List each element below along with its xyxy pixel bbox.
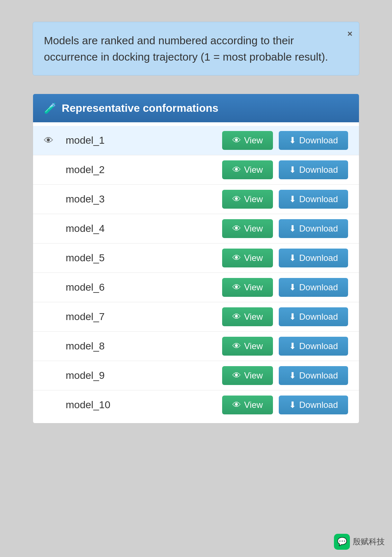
eye-icon: 👁 — [44, 135, 53, 146]
eye-btn-icon: 👁 — [232, 194, 241, 204]
button-group: 👁 View⬇ Download — [222, 337, 348, 356]
view-button[interactable]: 👁 View — [222, 131, 273, 150]
info-box: Models are ranked and numbered according… — [33, 22, 359, 75]
view-button[interactable]: 👁 View — [222, 396, 273, 414]
eye-btn-icon: 👁 — [232, 224, 241, 234]
download-icon: ⬇ — [289, 341, 296, 351]
watermark-text: 殷赋科技 — [353, 536, 385, 547]
download-button[interactable]: ⬇ Download — [279, 337, 348, 356]
button-group: 👁 View⬇ Download — [222, 396, 348, 414]
button-group: 👁 View⬇ Download — [222, 307, 348, 326]
model-name: model_8 — [66, 340, 222, 352]
button-group: 👁 View⬇ Download — [222, 366, 348, 385]
wechat-icon: 💬 — [334, 534, 350, 550]
watermark: 💬 殷赋科技 — [334, 534, 385, 550]
model-name: model_3 — [66, 193, 222, 205]
download-icon: ⬇ — [289, 282, 296, 292]
button-group: 👁 View⬇ Download — [222, 219, 348, 238]
model-name: model_7 — [66, 311, 222, 323]
table-row: model_8👁 View⬇ Download — [33, 332, 359, 361]
view-button[interactable]: 👁 View — [222, 190, 273, 209]
view-button[interactable]: 👁 View — [222, 366, 273, 385]
eye-btn-icon: 👁 — [232, 400, 241, 410]
view-button[interactable]: 👁 View — [222, 249, 273, 267]
download-icon: ⬇ — [289, 312, 296, 322]
eye-btn-icon: 👁 — [232, 282, 241, 292]
eye-btn-icon: 👁 — [232, 165, 241, 175]
eye-btn-icon: 👁 — [232, 370, 241, 381]
button-group: 👁 View⬇ Download — [222, 190, 348, 209]
button-group: 👁 View⬇ Download — [222, 131, 348, 150]
download-button[interactable]: ⬇ Download — [279, 219, 348, 238]
download-button[interactable]: ⬇ Download — [279, 160, 348, 179]
card-header-title: Representative conformations — [62, 102, 219, 114]
info-box-text: Models are ranked and numbered according… — [44, 34, 328, 63]
view-button[interactable]: 👁 View — [222, 337, 273, 356]
button-group: 👁 View⬇ Download — [222, 249, 348, 267]
view-button[interactable]: 👁 View — [222, 160, 273, 179]
table-row: model_3👁 View⬇ Download — [33, 185, 359, 214]
button-group: 👁 View⬇ Download — [222, 160, 348, 179]
download-button[interactable]: ⬇ Download — [279, 249, 348, 267]
row-icon-col: 👁 — [44, 135, 66, 146]
model-name: model_6 — [66, 282, 222, 293]
model-name: model_9 — [66, 370, 222, 381]
download-button[interactable]: ⬇ Download — [279, 278, 348, 297]
table-row: model_2👁 View⬇ Download — [33, 155, 359, 185]
close-button[interactable]: × — [347, 29, 352, 39]
download-icon: ⬇ — [289, 224, 296, 234]
model-name: model_1 — [66, 135, 222, 146]
model-name: model_4 — [66, 223, 222, 234]
table-row: model_5👁 View⬇ Download — [33, 243, 359, 273]
eye-btn-icon: 👁 — [232, 135, 241, 146]
download-icon: ⬇ — [289, 135, 296, 146]
card-header: 🧪 Representative conformations — [33, 94, 359, 122]
download-icon: ⬇ — [289, 194, 296, 204]
main-card: 🧪 Representative conformations 👁model_1👁… — [33, 94, 359, 423]
download-icon: ⬇ — [289, 165, 296, 175]
download-icon: ⬇ — [289, 400, 296, 410]
download-button[interactable]: ⬇ Download — [279, 190, 348, 209]
flask-icon: 🧪 — [44, 102, 57, 114]
eye-btn-icon: 👁 — [232, 253, 241, 263]
view-button[interactable]: 👁 View — [222, 219, 273, 238]
table-row: model_6👁 View⬇ Download — [33, 273, 359, 302]
view-button[interactable]: 👁 View — [222, 278, 273, 297]
button-group: 👁 View⬇ Download — [222, 278, 348, 297]
download-button[interactable]: ⬇ Download — [279, 307, 348, 326]
download-button[interactable]: ⬇ Download — [279, 131, 348, 150]
table-row: model_4👁 View⬇ Download — [33, 214, 359, 243]
card-body: 👁model_1👁 View⬇ Downloadmodel_2👁 View⬇ D… — [33, 122, 359, 423]
table-row: 👁model_1👁 View⬇ Download — [33, 126, 359, 155]
eye-btn-icon: 👁 — [232, 312, 241, 322]
download-icon: ⬇ — [289, 253, 296, 263]
download-icon: ⬇ — [289, 370, 296, 381]
model-name: model_2 — [66, 164, 222, 176]
table-row: model_10👁 View⬇ Download — [33, 390, 359, 419]
download-button[interactable]: ⬇ Download — [279, 396, 348, 414]
download-button[interactable]: ⬇ Download — [279, 366, 348, 385]
eye-btn-icon: 👁 — [232, 341, 241, 351]
table-row: model_7👁 View⬇ Download — [33, 302, 359, 332]
view-button[interactable]: 👁 View — [222, 307, 273, 326]
page-container: Models are ranked and numbered according… — [0, 0, 392, 557]
table-row: model_9👁 View⬇ Download — [33, 361, 359, 390]
model-name: model_5 — [66, 252, 222, 264]
model-name: model_10 — [66, 399, 222, 411]
